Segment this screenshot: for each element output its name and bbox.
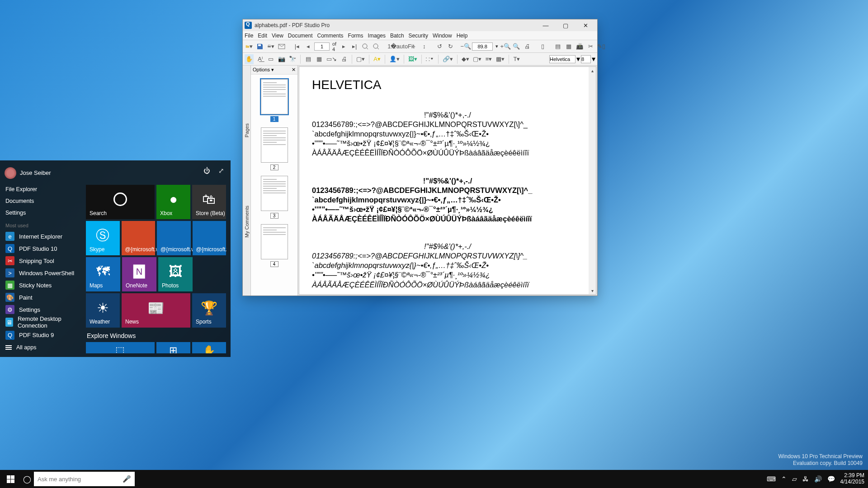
tile-xbox[interactable]: ●Xbox [156, 185, 190, 219]
signature-button[interactable]: 👤▾ [388, 54, 401, 64]
zoom-in-button[interactable]: +🔍 [501, 42, 510, 52]
square-button[interactable]: ▢▾ [355, 54, 366, 64]
menu-view[interactable]: View [272, 33, 283, 39]
close-button[interactable]: ✕ [576, 19, 595, 31]
tray-network-icon[interactable]: 🖧 [802, 475, 809, 483]
menu-document[interactable]: Document [288, 33, 313, 39]
menu-comments[interactable]: Comments [317, 33, 344, 39]
thumb-page-2[interactable]: 2 [261, 127, 288, 170]
tray-volume-icon[interactable]: 🔊 [814, 475, 822, 483]
tile-bottom-3[interactable]: ✋ [192, 342, 226, 353]
expand-icon[interactable]: ⤢ [218, 167, 224, 175]
open-button[interactable]: ▾ [245, 42, 254, 52]
redact-box-button[interactable]: ▢▾ [472, 54, 482, 64]
tile-mswin-2[interactable]: @{microsoft.win [157, 221, 191, 255]
tile-store[interactable]: 🛍Store (Beta) [192, 185, 226, 219]
document-view[interactable]: HELVETICA !"#$%&'()*+,-./ 0123456789:;<=… [299, 66, 596, 295]
item-internet-explorer[interactable]: eInternet Explorer [5, 231, 82, 242]
camera-icon[interactable]: 📷 [277, 54, 286, 64]
item-sticky-notes[interactable]: ▦Sticky Notes [5, 280, 82, 291]
scan-button[interactable]: 📠 [575, 42, 584, 52]
tile-mswin-1[interactable]: @{microsoft.win [122, 221, 156, 255]
grid-button[interactable]: ▦ [564, 42, 573, 52]
thumb-page-4[interactable]: 4 [261, 224, 288, 267]
redact-line-button[interactable]: ≡▾ [484, 54, 493, 64]
last-page-button[interactable]: ▸| [350, 42, 359, 52]
search-input[interactable] [38, 476, 123, 483]
user-account[interactable]: Jose Seiber [5, 166, 82, 180]
font-name-input[interactable] [549, 55, 576, 63]
prev-view-button[interactable] [361, 42, 370, 52]
tile-onenote[interactable]: NOneNote [122, 257, 156, 291]
callout-button[interactable]: ▭↘ [326, 54, 338, 64]
item-powershell[interactable]: >Windows PowerShell [5, 267, 82, 279]
menu-help[interactable]: Help [457, 33, 468, 39]
menu-forms[interactable]: Forms [348, 33, 363, 39]
hand-tool-button[interactable]: ✋ [245, 54, 254, 64]
prev-page-button[interactable]: ◂ [303, 42, 312, 52]
tile-bottom-2[interactable]: ⊞ [156, 342, 190, 353]
loupe-button[interactable]: 🔍 [512, 42, 521, 52]
cortana-button[interactable]: ◯ [21, 470, 33, 488]
font-size-input[interactable] [581, 55, 591, 63]
tile-search[interactable]: Search [86, 185, 155, 219]
item-pdf-studio-10[interactable]: QPDF Studio 10 [5, 243, 82, 254]
tile-news[interactable]: 📰News [122, 293, 190, 328]
link-file-explorer[interactable]: File Explorer [5, 184, 82, 195]
maximize-button[interactable]: ▢ [556, 19, 576, 31]
snapshot-button[interactable]: ▭ [266, 54, 275, 64]
binoculars-icon[interactable]: 🔭 [288, 54, 297, 64]
measure-button[interactable]: ⸬▾ [425, 54, 435, 64]
tray-keyboard-icon[interactable]: ⌨ [767, 475, 776, 483]
tile-photos[interactable]: 🖼Photos [158, 257, 193, 291]
link-documents[interactable]: Documents [5, 196, 82, 206]
print-tool-button[interactable]: 🖨 [523, 42, 532, 52]
link-settings[interactable]: Settings [5, 207, 82, 218]
item-pdf-studio-9[interactable]: QPDF Studio 9 [5, 329, 82, 341]
typewriter-button[interactable]: T▾ [512, 54, 521, 64]
menu-images[interactable]: Images [368, 33, 386, 39]
all-apps-button[interactable]: All apps [5, 342, 82, 353]
tile-skype[interactable]: ⓈSkype [86, 221, 120, 255]
text-box-button[interactable]: ▦ [315, 54, 324, 64]
stamp-button[interactable]: 🖨 [340, 54, 349, 64]
redact-fill-button[interactable]: ◆▾ [461, 54, 470, 64]
text-select-button[interactable]: A͟ᴵ [255, 54, 264, 64]
tray-chevron-icon[interactable]: ⌃ [781, 475, 787, 483]
single-page-button[interactable]: ▯ [538, 42, 547, 52]
doc-scrollbar[interactable]: ▴▾ [589, 67, 596, 294]
zoom-input[interactable] [472, 42, 493, 51]
link-button[interactable]: 🔗▾ [442, 54, 454, 64]
edit-content-button[interactable]: ✎▯ [597, 42, 606, 52]
next-view-button[interactable] [372, 42, 381, 52]
power-icon[interactable]: ⏻ [203, 167, 210, 175]
search-box[interactable]: 🎤 [34, 472, 135, 486]
tray-flag-icon[interactable]: ▱ [792, 475, 797, 483]
highlight-button[interactable]: A▾ [373, 54, 382, 64]
tray-notifications-icon[interactable]: 💬 [827, 475, 835, 483]
fit-page-button[interactable]: �autoFit [398, 42, 407, 52]
save-button[interactable] [255, 42, 264, 52]
item-snipping-tool[interactable]: ✂Snipping Tool [5, 255, 82, 267]
thumb-page-1[interactable]: 1 [261, 79, 288, 122]
mic-icon[interactable]: 🎤 [123, 475, 131, 483]
thumb-options[interactable]: Options ▾ [253, 67, 274, 73]
rotate-cw-button[interactable]: ↻ [446, 42, 455, 52]
print-button[interactable]: ▾ [266, 42, 275, 52]
clock[interactable]: 2:39 PM 4/14/2015 [840, 473, 864, 485]
image-button[interactable]: 🖼▾ [407, 54, 418, 64]
side-tab-pages[interactable]: Pages [244, 123, 250, 137]
menu-window[interactable]: Window [433, 33, 452, 39]
email-button[interactable] [277, 42, 286, 52]
sticky-note-button[interactable]: ▤ [304, 54, 313, 64]
fit-height-button[interactable]: ↕ [420, 42, 429, 52]
minimize-button[interactable]: — [536, 19, 556, 31]
item-settings[interactable]: ⚙Settings [5, 304, 82, 315]
page-input[interactable] [314, 42, 330, 51]
side-tab-mycomments[interactable]: My Comments [244, 206, 250, 238]
menu-security[interactable]: Security [409, 33, 428, 39]
tile-maps[interactable]: 🗺Maps [86, 257, 120, 291]
first-page-button[interactable]: |◂ [292, 42, 302, 52]
tile-weather[interactable]: ☀Weather [86, 293, 120, 328]
crop-button[interactable]: ✂ [586, 42, 595, 52]
